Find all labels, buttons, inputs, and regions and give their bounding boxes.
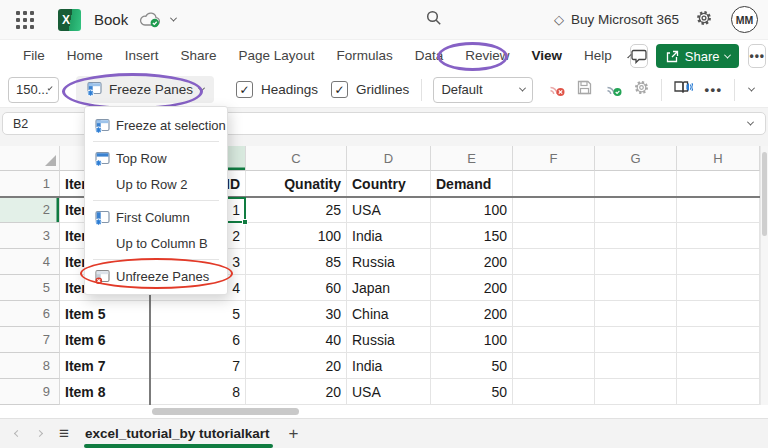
row-header-2[interactable]: 2: [0, 197, 60, 223]
column-header-c[interactable]: C: [246, 146, 347, 171]
tab-insert[interactable]: Insert: [114, 40, 170, 72]
cell-G8[interactable]: [595, 353, 677, 379]
save-icon[interactable]: [576, 79, 593, 100]
cell-B9[interactable]: 8: [150, 379, 246, 405]
document-title[interactable]: Book: [94, 11, 128, 28]
cell-G2[interactable]: [595, 197, 677, 223]
cloud-saved-icon[interactable]: [138, 11, 162, 28]
tab-review[interactable]: Review: [454, 40, 520, 72]
cell-A7[interactable]: Item 6: [60, 327, 150, 353]
row-header-4[interactable]: 4: [0, 249, 60, 275]
cell-G6[interactable]: [595, 301, 677, 327]
cell-G4[interactable]: [595, 249, 677, 275]
row-header-9[interactable]: 9: [0, 379, 60, 405]
toolbar-more-button[interactable]: •••: [704, 82, 722, 97]
menu-item-freeze-at-selection[interactable]: Freeze at selection: [85, 112, 227, 138]
column-header-h[interactable]: H: [677, 146, 760, 171]
tab-formulas[interactable]: Formulas: [325, 40, 403, 72]
cell-D3[interactable]: India: [347, 223, 431, 249]
cell-E8[interactable]: 50: [431, 353, 513, 379]
formula-bar-expand-chevron-icon[interactable]: [747, 119, 754, 126]
cell-E2[interactable]: 100: [431, 197, 513, 223]
buy-microsoft-365-button[interactable]: ◇ Buy Microsoft 365: [554, 12, 679, 27]
menu-item-unfreeze-panes[interactable]: Unfreeze Panes: [85, 263, 227, 289]
cell-H1[interactable]: [677, 171, 760, 197]
cell-G3[interactable]: [595, 223, 677, 249]
title-chevron-down-icon[interactable]: [170, 15, 177, 22]
cell-H4[interactable]: [677, 249, 760, 275]
cell-F2[interactable]: [513, 197, 595, 223]
menu-item-up-to-column-b[interactable]: Up to Column B: [85, 230, 227, 256]
menu-item-up-to-row-2[interactable]: Up to Row 2: [85, 171, 227, 197]
ribbon-more-button[interactable]: •••: [748, 44, 766, 68]
toolbar-collapse-chevron-icon[interactable]: [748, 85, 755, 92]
horizontal-scrollbar[interactable]: [0, 405, 768, 418]
cell-D1[interactable]: Country: [347, 171, 431, 197]
cell-H2[interactable]: [677, 197, 760, 223]
cell-F8[interactable]: [513, 353, 595, 379]
cell-F5[interactable]: [513, 275, 595, 301]
cell-C9[interactable]: 20: [246, 379, 347, 405]
cell-F1[interactable]: [513, 171, 595, 197]
cell-D2[interactable]: USA: [347, 197, 431, 223]
tab-home[interactable]: Home: [56, 40, 114, 72]
cell-C7[interactable]: 40: [246, 327, 347, 353]
excel-icon[interactable]: X: [58, 9, 81, 31]
cell-A8[interactable]: Item 7: [60, 353, 150, 379]
column-header-d[interactable]: D: [347, 146, 431, 171]
read-aloud-icon[interactable]: [673, 79, 693, 100]
cell-E4[interactable]: 200: [431, 249, 513, 275]
cell-C2[interactable]: 25: [246, 197, 347, 223]
account-avatar[interactable]: MM: [731, 6, 758, 33]
cell-F3[interactable]: [513, 223, 595, 249]
cell-C1[interactable]: Qunatity: [246, 171, 347, 197]
cell-F9[interactable]: [513, 379, 595, 405]
add-sheet-button[interactable]: +: [289, 424, 299, 444]
cell-C6[interactable]: 30: [246, 301, 347, 327]
cell-F6[interactable]: [513, 301, 595, 327]
sheet-view-dropdown[interactable]: Default: [433, 77, 533, 103]
row-header-1[interactable]: 1: [0, 171, 60, 197]
toolbar-gear-icon[interactable]: [633, 79, 650, 100]
cell-E1[interactable]: Demand: [431, 171, 513, 197]
freeze-panes-button[interactable]: Freeze Panes: [76, 76, 214, 103]
tab-page-layout[interactable]: Page Layout: [228, 40, 326, 72]
next-sheet-chevron-icon[interactable]: [36, 430, 43, 437]
settings-gear-icon[interactable]: [695, 9, 713, 30]
tab-file[interactable]: File: [12, 40, 56, 72]
share-button[interactable]: Share: [656, 44, 740, 68]
cell-G7[interactable]: [595, 327, 677, 353]
cell-C8[interactable]: 20: [246, 353, 347, 379]
cell-B7[interactable]: 6: [150, 327, 246, 353]
row-header-8[interactable]: 8: [0, 353, 60, 379]
active-sheet-tab[interactable]: excel_tutorial_by tutorialkart: [85, 419, 270, 448]
cell-D4[interactable]: Russia: [347, 249, 431, 275]
menu-item-top-row[interactable]: Top Row: [85, 145, 227, 171]
cell-H7[interactable]: [677, 327, 760, 353]
tab-data[interactable]: Data: [404, 40, 455, 72]
cell-E6[interactable]: 200: [431, 301, 513, 327]
cell-G5[interactable]: [595, 275, 677, 301]
cell-D8[interactable]: India: [347, 353, 431, 379]
sync-off-icon[interactable]: [547, 79, 565, 101]
cell-H9[interactable]: [677, 379, 760, 405]
cell-G1[interactable]: [595, 171, 677, 197]
column-header-f[interactable]: F: [513, 146, 595, 171]
zoom-level-dropdown[interactable]: 150...: [8, 77, 59, 103]
cell-E7[interactable]: 100: [431, 327, 513, 353]
cell-E5[interactable]: 200: [431, 275, 513, 301]
row-header-7[interactable]: 7: [0, 327, 60, 353]
search-icon[interactable]: [426, 10, 442, 30]
horizontal-scrollbar-thumb[interactable]: [152, 408, 299, 415]
fill-handle[interactable]: [242, 219, 248, 225]
menu-item-first-column[interactable]: First Column: [85, 204, 227, 230]
gridlines-toggle[interactable]: ✓ Gridlines: [331, 81, 409, 98]
prev-sheet-chevron-icon[interactable]: [14, 430, 21, 437]
cell-D7[interactable]: Russia: [347, 327, 431, 353]
name-box[interactable]: B2: [3, 117, 28, 131]
vertical-scrollbar[interactable]: [760, 146, 768, 405]
cell-E3[interactable]: 150: [431, 223, 513, 249]
row-header-6[interactable]: 6: [0, 301, 60, 327]
row-header-3[interactable]: 3: [0, 223, 60, 249]
cell-H6[interactable]: [677, 301, 760, 327]
